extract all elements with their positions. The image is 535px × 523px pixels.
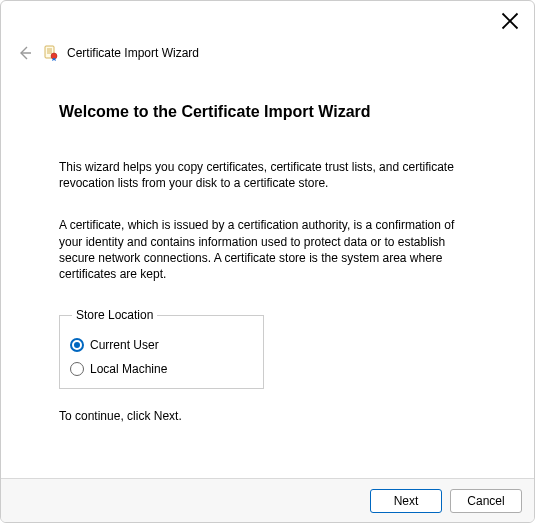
radio-icon <box>70 338 84 352</box>
close-icon <box>498 9 522 33</box>
close-button[interactable] <box>498 9 522 33</box>
radio-local-machine-label: Local Machine <box>90 362 167 376</box>
wizard-header-title: Certificate Import Wizard <box>67 46 199 60</box>
back-arrow-icon <box>17 45 33 61</box>
wizard-content: Welcome to the Certificate Import Wizard… <box>1 63 534 423</box>
wizard-footer: Next Cancel <box>1 478 534 522</box>
back-button[interactable] <box>15 43 35 63</box>
radio-current-user-label: Current User <box>90 338 159 352</box>
radio-current-user[interactable]: Current User <box>70 338 253 352</box>
next-button[interactable]: Next <box>370 489 442 513</box>
store-location-legend: Store Location <box>72 308 157 322</box>
radio-icon <box>70 362 84 376</box>
page-title: Welcome to the Certificate Import Wizard <box>59 103 476 121</box>
wizard-header: Certificate Import Wizard <box>1 1 534 63</box>
store-location-group: Store Location Current User Local Machin… <box>59 308 264 389</box>
cancel-button[interactable]: Cancel <box>450 489 522 513</box>
continue-text: To continue, click Next. <box>59 409 476 423</box>
certificate-icon <box>43 45 59 61</box>
radio-local-machine[interactable]: Local Machine <box>70 362 253 376</box>
intro-paragraph-1: This wizard helps you copy certificates,… <box>59 159 476 191</box>
intro-paragraph-2: A certificate, which is issued by a cert… <box>59 217 476 282</box>
